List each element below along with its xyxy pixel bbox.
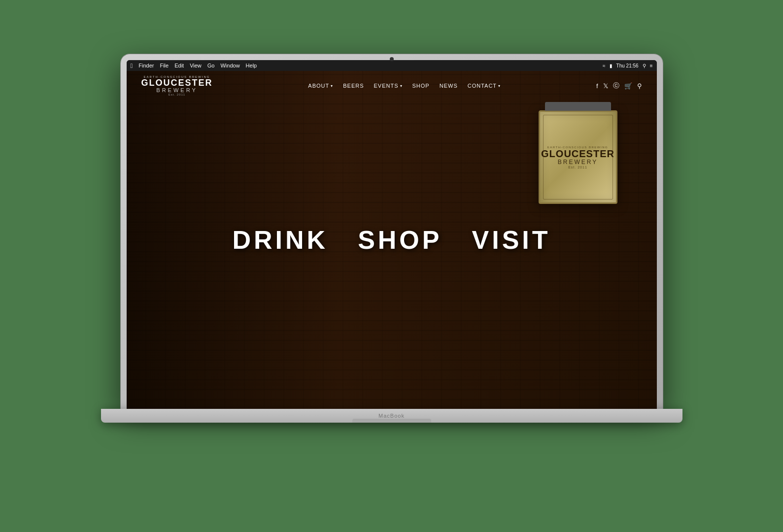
wifi-icon: ≈ [603,63,606,68]
macbook-frame:  Finder File Edit View Go Window Help ≈… [96,54,687,478]
logo-year: Est. 2011 [169,93,185,96]
menubar-right: ≈ ▮ Thu 21:56 ⚲ ≡ [603,63,652,68]
nav-beers-label: BEERS [343,83,364,89]
sign-year-text: Est. 2011 [541,166,614,169]
clock: Thu 21:56 [616,63,639,68]
nav-news[interactable]: NEWS [440,83,458,89]
brewery-sign: Earth-Conscious Brewing GLOUCESTER BREWE… [539,110,617,204]
window-menu[interactable]: Window [220,63,239,68]
navbar: Earth-Conscious Brewing Gloucester Brewe… [127,71,657,100]
website: Earth-Conscious Brewing Gloucester Brewe… [127,71,657,409]
search-nav-icon[interactable]: ⚲ [637,82,642,90]
nav-contact-label: CONTACT [468,83,497,89]
nav-menu: ABOUT ▾ BEERS EVENTS ▾ SHOP [308,83,501,89]
site-logo[interactable]: Earth-Conscious Brewing Gloucester Brewe… [141,75,213,96]
macos-menubar:  Finder File Edit View Go Window Help ≈… [127,60,657,71]
nav-about-label: ABOUT [308,83,329,89]
sign-text: Earth-Conscious Brewing GLOUCESTER BREWE… [541,146,614,169]
logo-brewery: Brewery [156,87,197,93]
nav-about[interactable]: ABOUT ▾ [308,83,333,89]
about-chevron-icon: ▾ [331,84,333,88]
search-icon[interactable]: ⚲ [643,63,646,68]
nav-shop-label: SHOP [412,83,430,89]
macbook-base-notch [352,419,431,423]
sign-gloucester-text: GLOUCESTER [541,149,614,159]
screen-bezel:  Finder File Edit View Go Window Help ≈… [121,54,663,409]
facebook-icon[interactable]: f [596,82,598,90]
instagram-icon[interactable]: ⓒ [613,81,619,90]
sign-brewery-text: BREWERY [541,159,614,166]
contact-chevron-icon: ▾ [498,84,501,88]
nav-social-icons: f 𝕏 ⓒ 🛒 ⚲ [596,81,642,90]
hero-content: DRINK SHOP VISIT [232,225,550,255]
nav-events[interactable]: EVENTS ▾ [374,83,403,89]
nav-contact[interactable]: CONTACT ▾ [468,83,501,89]
cart-icon[interactable]: 🛒 [624,82,632,90]
logo-name: Gloucester [141,78,213,87]
events-chevron-icon: ▾ [400,84,403,88]
sign-bracket [545,102,611,111]
nav-beers[interactable]: BEERS [343,83,364,89]
hero-visit[interactable]: VISIT [472,225,551,255]
help-menu[interactable]: Help [246,63,257,68]
nav-shop[interactable]: SHOP [412,83,430,89]
go-menu[interactable]: Go [207,63,215,68]
nav-news-label: NEWS [440,83,458,89]
macbook-base [101,409,682,423]
control-icon[interactable]: ≡ [650,63,653,68]
view-menu[interactable]: View [190,63,202,68]
file-menu[interactable]: File [160,63,169,68]
finder-menu[interactable]: Finder [138,63,154,68]
apple-logo-icon[interactable]:  [131,62,133,69]
battery-icon: ▮ [610,63,613,68]
nav-events-label: EVENTS [374,83,399,89]
twitter-icon[interactable]: 𝕏 [603,82,608,90]
hero-drink[interactable]: DRINK [232,225,328,255]
hero-shop[interactable]: SHOP [358,225,442,255]
edit-menu[interactable]: Edit [174,63,184,68]
screen-inner:  Finder File Edit View Go Window Help ≈… [127,60,657,409]
menubar-left:  Finder File Edit View Go Window Help [131,62,257,69]
